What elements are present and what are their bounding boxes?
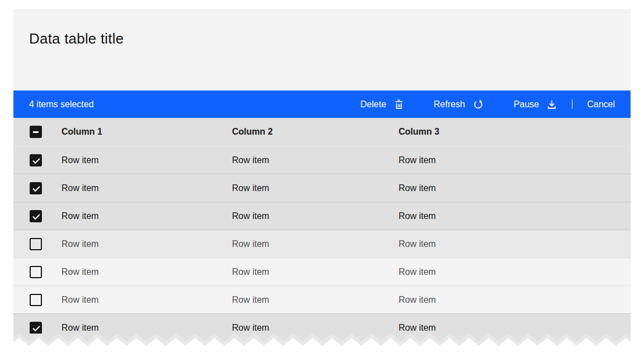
table-cell: Row item xyxy=(232,323,399,333)
table-cell: Row item xyxy=(61,295,232,305)
select-all-cell xyxy=(13,126,61,138)
table-cell: Row item xyxy=(232,239,399,249)
delete-button[interactable]: Delete xyxy=(345,90,419,118)
table-cell: Row item xyxy=(399,211,631,221)
table-cell: Row item xyxy=(61,211,232,221)
row-checkbox[interactable] xyxy=(30,182,42,194)
table-cell: Row item xyxy=(399,183,631,193)
table-cell: Row item xyxy=(232,211,399,221)
row-checkbox[interactable] xyxy=(30,238,42,250)
table-row: Row item Row item Row item xyxy=(13,258,631,285)
table-cell: Row item xyxy=(399,239,631,249)
table-row: Row item Row item Row item xyxy=(13,285,631,313)
batch-actions: Delete Refresh xyxy=(345,90,631,118)
delete-button-label: Delete xyxy=(361,99,386,109)
table-row: Row item Row item Row item xyxy=(13,230,631,258)
page-title: Data table title xyxy=(29,30,615,47)
table-cell: Row item xyxy=(232,155,399,165)
cancel-button[interactable]: Cancel xyxy=(572,90,631,118)
row-checkbox-cell xyxy=(13,154,61,166)
table-row: Row item Row item Row item xyxy=(13,202,631,230)
column-header-1: Column 1 xyxy=(61,127,232,137)
row-checkbox-cell xyxy=(13,238,61,250)
row-checkbox[interactable] xyxy=(30,322,42,334)
column-header-2: Column 2 xyxy=(232,127,399,137)
table-cell: Row item xyxy=(61,183,232,193)
refresh-button[interactable]: Refresh xyxy=(419,90,499,118)
pause-button[interactable]: Pause xyxy=(499,90,572,118)
table-cell: Row item xyxy=(399,155,631,165)
table-cell: Row item xyxy=(399,267,631,277)
table-cell: Row item xyxy=(399,323,631,333)
row-checkbox-cell xyxy=(13,210,61,222)
data-table: Data table title 4 items selected Delete xyxy=(13,9,631,341)
row-checkbox-cell xyxy=(13,322,61,334)
table-row: Row item Row item Row item xyxy=(13,146,631,174)
row-checkbox[interactable] xyxy=(30,266,42,278)
table-cell: Row item xyxy=(61,323,232,333)
table-cell: Row item xyxy=(399,295,631,305)
row-checkbox[interactable] xyxy=(30,210,42,222)
table-cell: Row item xyxy=(232,183,399,193)
table-header-row: Column 1 Column 2 Column 3 xyxy=(13,118,631,146)
batch-action-bar: 4 items selected Delete Refresh xyxy=(13,90,631,118)
row-checkbox-cell xyxy=(13,182,61,194)
row-checkbox-cell xyxy=(13,294,61,306)
torn-edge-main xyxy=(13,334,631,341)
table-cell: Row item xyxy=(61,239,232,249)
cancel-button-label: Cancel xyxy=(587,99,615,109)
table-cell: Row item xyxy=(232,267,399,277)
table-row: Row item Row item Row item xyxy=(13,174,631,202)
row-checkbox-cell xyxy=(13,266,61,278)
table-title-section: Data table title xyxy=(13,9,631,90)
selected-count: 4 items selected xyxy=(29,99,94,109)
column-header-3: Column 3 xyxy=(399,127,631,137)
trash-icon xyxy=(394,99,404,109)
refresh-button-label: Refresh xyxy=(434,99,465,109)
pause-button-label: Pause xyxy=(514,99,539,109)
select-all-checkbox[interactable] xyxy=(30,126,42,138)
table-cell: Row item xyxy=(61,155,232,165)
table-cell: Row item xyxy=(61,267,232,277)
table-cell: Row item xyxy=(232,295,399,305)
refresh-icon xyxy=(473,99,484,109)
download-icon xyxy=(547,99,557,109)
row-checkbox[interactable] xyxy=(30,154,42,166)
row-checkbox[interactable] xyxy=(30,294,42,306)
